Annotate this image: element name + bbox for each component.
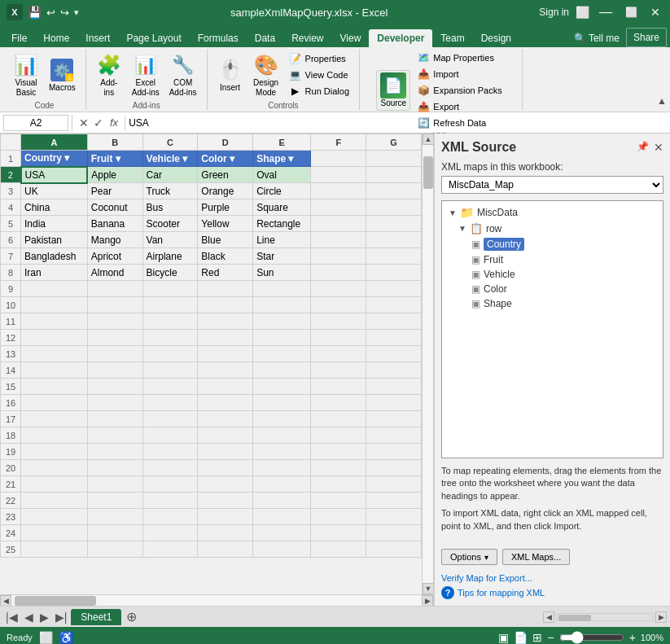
import-btn[interactable]: 📥 Import [414, 67, 505, 81]
cell-b2[interactable]: Apple [87, 167, 142, 183]
sign-in-btn[interactable]: Sign in [539, 7, 569, 18]
cell-c8[interactable]: Bicycle [142, 265, 198, 281]
excel-addins-btn[interactable]: 📊 ExcelAdd-ins [129, 50, 163, 99]
zoom-slider[interactable] [559, 631, 624, 644]
close-btn[interactable]: ✕ [647, 6, 663, 19]
cell-a5[interactable]: India [21, 216, 88, 232]
cell-c5[interactable]: Scooter [142, 216, 198, 232]
cell-g5[interactable] [366, 216, 422, 232]
run-dialog-btn[interactable]: ▶ Run Dialog [286, 84, 353, 99]
col-header-e[interactable]: E [253, 134, 311, 151]
cell-c2[interactable]: Car [142, 167, 198, 183]
cell-b8[interactable]: Almond [87, 265, 142, 281]
xml-maps-dialog-btn[interactable]: XML Maps... [502, 549, 570, 565]
cell-a8[interactable]: Iran [21, 265, 88, 281]
cell-b6[interactable]: Mango [87, 232, 142, 248]
verify-map-link[interactable]: Verify Map for Export... [441, 573, 663, 583]
tree-item-fruit[interactable]: ▣ Fruit [445, 252, 659, 267]
insert-ctrl-btn[interactable]: 🖱️ Insert [214, 55, 247, 94]
cell-g4[interactable] [366, 199, 422, 216]
col-header-c[interactable]: C [142, 134, 198, 151]
cell-f1[interactable] [311, 151, 366, 167]
cell-d1[interactable]: Color ▾ [198, 151, 253, 167]
minimize-btn[interactable]: — [596, 5, 615, 20]
tab-insert[interactable]: Insert [77, 29, 118, 47]
cell-g3[interactable] [366, 183, 422, 199]
sheet-nav-prev[interactable]: ◀ [22, 611, 36, 624]
sheet-nav-first[interactable]: |◀ [3, 611, 20, 624]
cell-f8[interactable] [311, 265, 366, 281]
cell-g8[interactable] [366, 265, 422, 281]
macros-btn[interactable]: ⚙️ ⚠ Macros [46, 55, 79, 94]
expansion-packs-btn[interactable]: 📦 Expansion Packs [414, 83, 505, 98]
share-btn[interactable]: Share [626, 28, 667, 47]
cell-a1[interactable]: Country ▾ [21, 151, 88, 167]
cell-g1[interactable] [366, 151, 422, 167]
tab-developer[interactable]: Developer [369, 29, 432, 47]
design-mode-btn[interactable]: 🎨 DesignMode [250, 50, 282, 99]
cell-a6[interactable]: Pakistan [21, 232, 88, 248]
ribbon-collapse-btn[interactable]: ▲ [657, 95, 667, 107]
scroll-left-btn[interactable]: ◀ [0, 595, 11, 607]
sheet-nav-next[interactable]: ▶ [37, 611, 51, 624]
visual-basic-btn[interactable]: 📊 VisualBasic [10, 50, 42, 99]
cell-b4[interactable]: Coconut [87, 199, 142, 216]
tree-item-vehicle[interactable]: ▣ Vehicle [445, 267, 659, 282]
cell-g6[interactable] [366, 232, 422, 248]
cell-a7[interactable]: Bangladesh [21, 248, 88, 265]
cell-b7[interactable]: Apricot [87, 248, 142, 265]
view-page-break-btn[interactable]: ⊞ [532, 631, 542, 644]
cell-e6[interactable]: Line [253, 232, 311, 248]
col-header-b[interactable]: B [87, 134, 142, 151]
ribbon-display-btn[interactable]: ⬜ [576, 6, 589, 19]
quick-access-save[interactable]: 💾 [28, 6, 42, 19]
tab-team[interactable]: Team [432, 29, 472, 47]
source-btn[interactable]: 📄 Source [376, 70, 410, 111]
cell-d8[interactable]: Red [198, 265, 253, 281]
tab-review[interactable]: Review [283, 29, 331, 47]
tab-design[interactable]: Design [473, 29, 519, 47]
cell-f6[interactable] [311, 232, 366, 248]
tab-view[interactable]: View [332, 29, 370, 47]
cell-e2[interactable]: Oval [253, 167, 311, 183]
cancel-formula-btn[interactable]: ✕ [79, 116, 89, 129]
cell-b3[interactable]: Pear [87, 183, 142, 199]
sheet-scroll-left[interactable]: ◀ [543, 611, 554, 623]
cell-d5[interactable]: Yellow [198, 216, 253, 232]
options-btn[interactable]: Options ▾ [441, 549, 497, 565]
sheet-scroll-right[interactable]: ▶ [655, 611, 667, 623]
com-addins-btn[interactable]: 🔧 COMAdd-ins [166, 50, 200, 99]
tab-formulas[interactable]: Formulas [190, 29, 247, 47]
cell-d4[interactable]: Purple [198, 199, 253, 216]
sheet-scroll-thumb[interactable] [558, 615, 591, 621]
tab-file[interactable]: File [3, 29, 35, 47]
view-layout-btn[interactable]: 📄 [514, 631, 528, 644]
map-properties-btn[interactable]: 🗺️ Map Properties [414, 50, 505, 65]
cell-c7[interactable]: Airplane [142, 248, 198, 265]
cell-d3[interactable]: Orange [198, 183, 253, 199]
sheet-nav-last[interactable]: ▶| [53, 611, 70, 624]
view-normal-btn[interactable]: ▣ [498, 631, 509, 644]
scroll-thumb[interactable] [423, 156, 433, 189]
cell-g2[interactable] [366, 167, 422, 183]
properties-btn[interactable]: 📝 Properties [286, 51, 353, 66]
cell-c3[interactable]: Truck [142, 183, 198, 199]
export-btn[interactable]: 📤 Export [414, 99, 505, 114]
tell-me-btn[interactable]: 🔍 Tell me [567, 29, 626, 47]
tab-home[interactable]: Home [35, 29, 77, 47]
tree-item-shape[interactable]: ▣ Shape [445, 296, 659, 311]
tab-page-layout[interactable]: Page Layout [118, 29, 189, 47]
cell-e3[interactable]: Circle [253, 183, 311, 199]
cell-d7[interactable]: Black [198, 248, 253, 265]
cell-f2[interactable] [311, 167, 366, 183]
cell-d6[interactable]: Blue [198, 232, 253, 248]
cell-a3[interactable]: UK [21, 183, 88, 199]
cell-c6[interactable]: Van [142, 232, 198, 248]
maximize-btn[interactable]: ⬜ [622, 7, 641, 18]
tree-item-color[interactable]: ▣ Color [445, 282, 659, 296]
cell-b5[interactable]: Banana [87, 216, 142, 232]
cell-f4[interactable] [311, 199, 366, 216]
cell-e4[interactable]: Square [253, 199, 311, 216]
scroll-up-btn[interactable]: ▲ [423, 134, 433, 145]
vertical-scrollbar[interactable]: ▲ ▼ [422, 134, 433, 594]
